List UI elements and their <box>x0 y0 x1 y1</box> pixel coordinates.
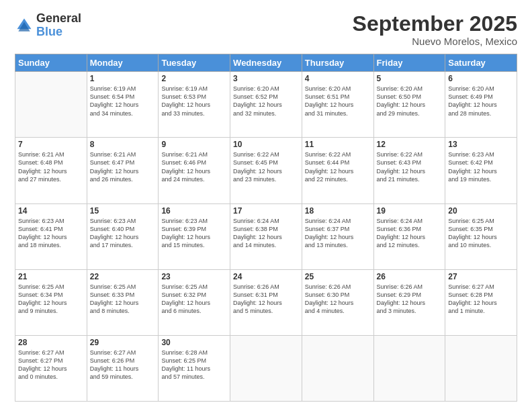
calendar-cell: 27Sunrise: 6:27 AM Sunset: 6:28 PM Dayli… <box>445 269 517 335</box>
subtitle: Nuevo Morelos, Mexico <box>353 36 517 47</box>
day-number: 18 <box>305 206 371 216</box>
day-number: 2 <box>161 74 227 83</box>
day-number: 13 <box>448 140 514 149</box>
day-number: 21 <box>18 272 84 281</box>
calendar-cell: 17Sunrise: 6:24 AM Sunset: 6:38 PM Dayli… <box>230 203 302 269</box>
day-of-week-header: Monday <box>87 54 159 72</box>
day-detail: Sunrise: 6:28 AM Sunset: 6:25 PM Dayligh… <box>161 349 227 381</box>
calendar-cell <box>15 72 87 138</box>
page: General Blue September 2025 Nuevo Morelo… <box>0 0 532 411</box>
day-number: 7 <box>18 140 84 149</box>
calendar-cell <box>230 335 302 401</box>
day-detail: Sunrise: 6:27 AM Sunset: 6:27 PM Dayligh… <box>18 349 84 381</box>
day-detail: Sunrise: 6:19 AM Sunset: 6:54 PM Dayligh… <box>90 85 156 118</box>
calendar-week-row: 21Sunrise: 6:25 AM Sunset: 6:34 PM Dayli… <box>15 269 517 335</box>
calendar-cell: 10Sunrise: 6:22 AM Sunset: 6:45 PM Dayli… <box>230 138 302 203</box>
day-number: 29 <box>90 338 156 347</box>
logo-text: General Blue <box>36 12 81 39</box>
day-of-week-header: Saturday <box>445 54 517 72</box>
day-of-week-header: Thursday <box>302 54 373 72</box>
day-number: 30 <box>161 338 227 347</box>
calendar-cell: 2Sunrise: 6:19 AM Sunset: 6:53 PM Daylig… <box>159 72 230 138</box>
calendar-cell: 19Sunrise: 6:24 AM Sunset: 6:36 PM Dayli… <box>373 203 445 269</box>
calendar-cell: 11Sunrise: 6:22 AM Sunset: 6:44 PM Dayli… <box>302 138 373 203</box>
day-of-week-header: Friday <box>373 54 445 72</box>
day-number: 17 <box>233 206 299 216</box>
logo-icon <box>15 16 34 35</box>
header-row: SundayMondayTuesdayWednesdayThursdayFrid… <box>15 54 517 72</box>
day-number: 9 <box>161 140 227 149</box>
calendar-cell <box>445 335 517 401</box>
calendar-cell: 1Sunrise: 6:19 AM Sunset: 6:54 PM Daylig… <box>87 72 159 138</box>
day-number: 10 <box>233 140 299 149</box>
day-detail: Sunrise: 6:25 AM Sunset: 6:34 PM Dayligh… <box>18 283 84 316</box>
calendar-cell: 30Sunrise: 6:28 AM Sunset: 6:25 PM Dayli… <box>159 335 230 401</box>
day-detail: Sunrise: 6:21 AM Sunset: 6:47 PM Dayligh… <box>90 150 156 183</box>
day-detail: Sunrise: 6:24 AM Sunset: 6:37 PM Dayligh… <box>305 217 371 250</box>
day-detail: Sunrise: 6:22 AM Sunset: 6:43 PM Dayligh… <box>377 150 443 183</box>
logo-blue-text: Blue <box>36 26 81 39</box>
calendar-cell: 5Sunrise: 6:20 AM Sunset: 6:50 PM Daylig… <box>373 72 445 138</box>
day-detail: Sunrise: 6:25 AM Sunset: 6:35 PM Dayligh… <box>448 217 514 250</box>
calendar-cell: 16Sunrise: 6:23 AM Sunset: 6:39 PM Dayli… <box>159 203 230 269</box>
day-detail: Sunrise: 6:25 AM Sunset: 6:33 PM Dayligh… <box>90 283 156 316</box>
day-detail: Sunrise: 6:27 AM Sunset: 6:28 PM Dayligh… <box>448 283 514 316</box>
calendar-body: 1Sunrise: 6:19 AM Sunset: 6:54 PM Daylig… <box>15 72 517 402</box>
day-detail: Sunrise: 6:26 AM Sunset: 6:29 PM Dayligh… <box>377 283 443 316</box>
calendar-cell: 21Sunrise: 6:25 AM Sunset: 6:34 PM Dayli… <box>15 269 87 335</box>
day-detail: Sunrise: 6:24 AM Sunset: 6:36 PM Dayligh… <box>377 217 443 250</box>
day-number: 12 <box>377 140 443 149</box>
title-block: September 2025 Nuevo Morelos, Mexico <box>353 12 517 47</box>
day-number: 26 <box>377 272 443 281</box>
calendar-cell: 18Sunrise: 6:24 AM Sunset: 6:37 PM Dayli… <box>302 203 373 269</box>
calendar-week-row: 1Sunrise: 6:19 AM Sunset: 6:54 PM Daylig… <box>15 72 517 138</box>
day-detail: Sunrise: 6:26 AM Sunset: 6:31 PM Dayligh… <box>233 283 299 316</box>
day-detail: Sunrise: 6:20 AM Sunset: 6:51 PM Dayligh… <box>305 85 371 118</box>
day-number: 14 <box>18 206 84 216</box>
logo: General Blue <box>15 12 81 39</box>
calendar-cell: 13Sunrise: 6:23 AM Sunset: 6:42 PM Dayli… <box>445 138 517 203</box>
calendar-cell <box>373 335 445 401</box>
day-detail: Sunrise: 6:25 AM Sunset: 6:32 PM Dayligh… <box>161 283 227 316</box>
day-detail: Sunrise: 6:24 AM Sunset: 6:38 PM Dayligh… <box>233 217 299 250</box>
day-number: 15 <box>90 206 156 216</box>
logo-general-text: General <box>36 12 81 26</box>
calendar-cell: 28Sunrise: 6:27 AM Sunset: 6:27 PM Dayli… <box>15 335 87 401</box>
day-number: 23 <box>161 272 227 281</box>
calendar-cell: 7Sunrise: 6:21 AM Sunset: 6:48 PM Daylig… <box>15 138 87 203</box>
calendar-cell: 3Sunrise: 6:20 AM Sunset: 6:52 PM Daylig… <box>230 72 302 138</box>
calendar-cell: 4Sunrise: 6:20 AM Sunset: 6:51 PM Daylig… <box>302 72 373 138</box>
day-detail: Sunrise: 6:21 AM Sunset: 6:46 PM Dayligh… <box>161 150 227 183</box>
day-of-week-header: Sunday <box>15 54 87 72</box>
day-detail: Sunrise: 6:23 AM Sunset: 6:42 PM Dayligh… <box>448 150 514 183</box>
day-number: 20 <box>448 206 514 216</box>
day-number: 11 <box>305 140 371 149</box>
day-detail: Sunrise: 6:21 AM Sunset: 6:48 PM Dayligh… <box>18 150 84 183</box>
calendar-header: SundayMondayTuesdayWednesdayThursdayFrid… <box>15 54 517 72</box>
calendar-cell: 20Sunrise: 6:25 AM Sunset: 6:35 PM Dayli… <box>445 203 517 269</box>
calendar-cell: 24Sunrise: 6:26 AM Sunset: 6:31 PM Dayli… <box>230 269 302 335</box>
day-detail: Sunrise: 6:26 AM Sunset: 6:30 PM Dayligh… <box>305 283 371 316</box>
day-detail: Sunrise: 6:23 AM Sunset: 6:41 PM Dayligh… <box>18 217 84 250</box>
calendar-cell: 6Sunrise: 6:20 AM Sunset: 6:49 PM Daylig… <box>445 72 517 138</box>
calendar-cell: 29Sunrise: 6:27 AM Sunset: 6:26 PM Dayli… <box>87 335 159 401</box>
day-of-week-header: Tuesday <box>159 54 230 72</box>
day-number: 19 <box>377 206 443 216</box>
calendar-week-row: 28Sunrise: 6:27 AM Sunset: 6:27 PM Dayli… <box>15 335 517 401</box>
day-number: 16 <box>161 206 227 216</box>
calendar-cell: 8Sunrise: 6:21 AM Sunset: 6:47 PM Daylig… <box>87 138 159 203</box>
calendar-cell: 26Sunrise: 6:26 AM Sunset: 6:29 PM Dayli… <box>373 269 445 335</box>
day-detail: Sunrise: 6:27 AM Sunset: 6:26 PM Dayligh… <box>90 349 156 381</box>
day-detail: Sunrise: 6:23 AM Sunset: 6:40 PM Dayligh… <box>90 217 156 250</box>
calendar-cell: 15Sunrise: 6:23 AM Sunset: 6:40 PM Dayli… <box>87 203 159 269</box>
main-title: September 2025 <box>353 12 517 36</box>
calendar: SundayMondayTuesdayWednesdayThursdayFrid… <box>15 54 517 402</box>
calendar-cell: 14Sunrise: 6:23 AM Sunset: 6:41 PM Dayli… <box>15 203 87 269</box>
calendar-cell: 22Sunrise: 6:25 AM Sunset: 6:33 PM Dayli… <box>87 269 159 335</box>
header: General Blue September 2025 Nuevo Morelo… <box>15 12 517 47</box>
day-number: 6 <box>448 74 514 83</box>
day-number: 27 <box>448 272 514 281</box>
day-number: 5 <box>377 74 443 83</box>
day-detail: Sunrise: 6:20 AM Sunset: 6:52 PM Dayligh… <box>233 85 299 118</box>
day-detail: Sunrise: 6:23 AM Sunset: 6:39 PM Dayligh… <box>161 217 227 250</box>
